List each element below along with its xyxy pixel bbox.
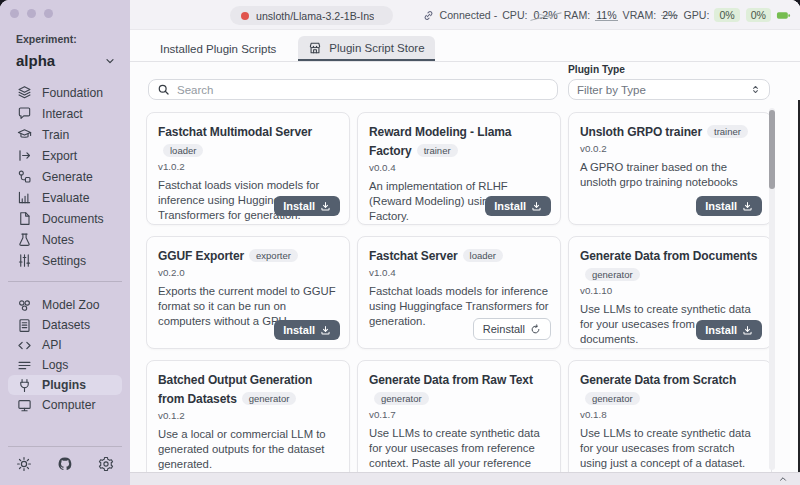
install-button[interactable]: Install: [274, 320, 340, 340]
plugin-title: Generate Data from Raw Text: [369, 373, 533, 387]
metric-value: 11%: [595, 9, 617, 21]
button-label: Reinstall: [483, 323, 525, 335]
close-window-button[interactable]: [10, 9, 19, 18]
workflow-icon: [16, 169, 32, 184]
caret-up-icon: [778, 474, 788, 484]
tab-installed-plugin-scripts[interactable]: Installed Plugin Scripts: [150, 38, 286, 61]
gpu-usage-chip: 0%: [746, 8, 771, 22]
download-icon: [742, 325, 753, 336]
monitor-icon: [16, 398, 32, 413]
gear-button[interactable]: [98, 456, 114, 476]
plugin-type-badge: generator: [242, 392, 297, 405]
sidebar-item-plugins[interactable]: Plugins: [8, 375, 122, 395]
button-label: Install: [705, 200, 737, 212]
tab-label: Plugin Script Store: [329, 42, 424, 54]
plugin-version: v0.0.4: [369, 162, 549, 173]
plugin-title-row: Generate Data from Documentsgenerator: [580, 246, 760, 283]
plugin-type-badge: exporter: [249, 249, 298, 262]
battery-icon: [776, 8, 791, 23]
sidebar-item-logs[interactable]: Logs: [8, 355, 122, 375]
tab-plugin-script-store[interactable]: Plugin Script Store: [298, 36, 434, 61]
sidebar-item-label: Documents: [42, 212, 104, 226]
gpu-label: GPU:: [683, 9, 709, 21]
sidebar-item-documents[interactable]: Documents: [8, 208, 122, 229]
install-button[interactable]: Install: [485, 196, 551, 216]
plugin-card-fastchat-multimodal-server: Fastchat Multimodal Serverloaderv1.0.2Fa…: [146, 112, 350, 225]
bottom-panel-bar[interactable]: [130, 472, 800, 485]
github-button[interactable]: [57, 456, 73, 476]
button-label: Install: [283, 324, 315, 336]
export-arrow-icon: [16, 148, 32, 163]
sun-button[interactable]: [16, 456, 32, 476]
plugin-type-label: Plugin Type: [568, 64, 625, 75]
download-icon: [320, 201, 331, 212]
system-status: Connected - CPU:0.2%RAM:11%VRAM:2% GPU: …: [422, 0, 792, 30]
sidebar-item-label: Notes: [42, 233, 74, 247]
sliders-icon: [16, 253, 32, 268]
sidebar-item-label: Foundation: [42, 86, 103, 100]
install-button[interactable]: Install: [696, 320, 762, 340]
graduation-cap-icon: [16, 127, 32, 142]
current-model-pill[interactable]: unsloth/Llama-3.2-1B-Ins: [230, 6, 393, 25]
sidebar-item-label: Train: [42, 128, 69, 142]
code-icon: [16, 338, 32, 353]
sidebar-item-label: Evaluate: [42, 191, 89, 205]
button-label: Install: [705, 324, 737, 336]
sidebar-item-train[interactable]: Train: [8, 124, 122, 145]
sidebar-item-label: Generate: [42, 170, 93, 184]
metric-label: CPU:: [502, 9, 527, 21]
experiment-selector[interactable]: alpha: [16, 52, 116, 69]
sidebar-item-settings[interactable]: Settings: [8, 250, 122, 271]
model-name: unsloth/Llama-3.2-1B-Ins: [256, 10, 374, 22]
sidebar-item-api[interactable]: API: [8, 335, 122, 355]
github-icon: [57, 456, 73, 472]
sun-icon: [16, 456, 32, 472]
plugin-title: Fastchat Multimodal Server: [158, 125, 312, 139]
plugin-search: [148, 79, 558, 100]
sidebar-item-foundation[interactable]: Foundation: [8, 82, 122, 103]
sidebar-item-interact[interactable]: Interact: [8, 103, 122, 124]
zoom-window-button[interactable]: [44, 9, 53, 18]
scrollbar-thumb[interactable]: [769, 110, 775, 189]
sidebar-item-label: Model Zoo: [42, 298, 100, 312]
minimize-window-button[interactable]: [27, 9, 36, 18]
main-area: unsloth/Llama-3.2-1B-Ins Connected - CPU…: [130, 0, 800, 485]
window-controls: [10, 9, 53, 18]
plugin-version: v0.1.2: [158, 410, 338, 421]
metric-label: RAM:: [564, 9, 590, 21]
plugin-type-badge: trainer: [417, 144, 458, 157]
reinstall-button[interactable]: Reinstall: [473, 318, 551, 340]
plugin-card-fastchat-server: Fastchat Serverloaderv1.0.4Fastchat load…: [357, 236, 561, 349]
search-icon: [157, 83, 170, 96]
plugin-title-row: Reward Modeling - Llama Factorytrainer: [369, 122, 549, 160]
sidebar-item-label: Export: [42, 149, 77, 163]
sidebar-item-evaluate[interactable]: Evaluate: [8, 187, 122, 208]
plugin-card-gguf-exporter: GGUF Exporterexporterv0.2.0Exports the c…: [146, 236, 350, 349]
install-button[interactable]: Install: [274, 196, 340, 216]
sidebar-item-label: Plugins: [42, 378, 86, 392]
sidebar-item-export[interactable]: Export: [8, 145, 122, 166]
sidebar-item-notes[interactable]: Notes: [8, 229, 122, 250]
plugin-card-generate-data-from-scratch: Generate Data from Scratchgeneratorv0.1.…: [568, 360, 772, 472]
gear-icon: [98, 456, 114, 472]
sidebar-item-datasets[interactable]: Datasets: [8, 315, 122, 335]
search-input[interactable]: [177, 84, 549, 96]
chat-bubble-icon: [16, 106, 32, 121]
gpu-usage-chip: 0%: [714, 8, 739, 22]
sidebar-item-model-zoo[interactable]: Model Zoo: [8, 295, 122, 315]
plugin-type-select[interactable]: Filter by Type: [568, 79, 770, 100]
document-icon: [16, 211, 32, 226]
plugin-type-badge: generator: [374, 392, 429, 405]
plugin-card-batched-output-generation-from-datasets: Batched Output Generation from Datasetsg…: [146, 360, 350, 472]
experiment-name: alpha: [16, 52, 55, 69]
sidebar-item-generate[interactable]: Generate: [8, 166, 122, 187]
button-label: Install: [283, 200, 315, 212]
plugin-title-row: Generate Data from Scratchgenerator: [580, 370, 760, 407]
sidebar-footer: [8, 446, 122, 485]
plugin-version: v0.0.2: [580, 143, 760, 154]
plugin-card-reward-modeling-llama-factory: Reward Modeling - Llama Factorytrainerv0…: [357, 112, 561, 225]
install-button[interactable]: Install: [696, 196, 762, 216]
sidebar-item-computer[interactable]: Computer: [8, 395, 122, 415]
sidebar-item-label: Computer: [42, 398, 96, 412]
chevron-down-icon: [104, 55, 116, 67]
